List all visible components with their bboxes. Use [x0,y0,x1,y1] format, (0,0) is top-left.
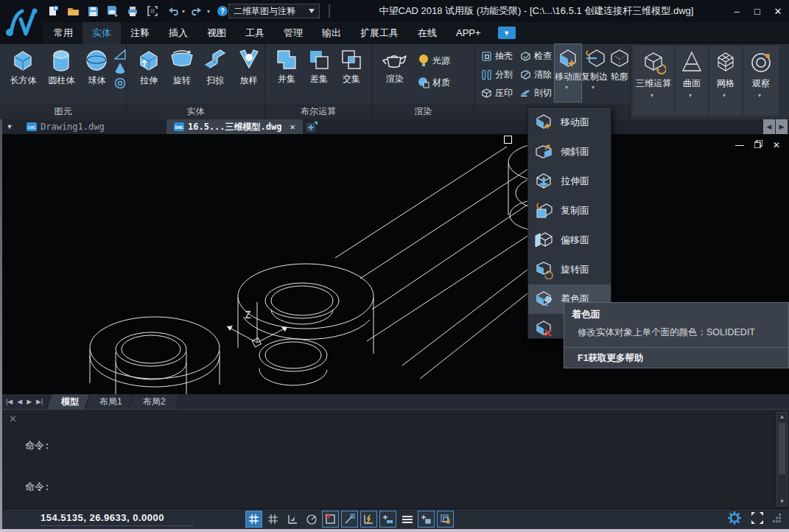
sweep-button[interactable]: 扫掠 [200,44,231,102]
menu-item-copy-faces[interactable]: 复制面 [528,196,611,225]
menu-item-rotate-faces[interactable]: 旋转面 [528,255,611,284]
menu-item-offset-faces[interactable]: 偏移面 [528,225,611,255]
imprint-button[interactable]: 压印 [480,84,514,102]
doc-tab-drawing1[interactable]: DWG Drawing1.dwg [19,119,166,134]
ribbon-tab-output[interactable]: 输出 [312,22,351,44]
loft-button[interactable]: 放样 [234,44,264,102]
scroll-down-icon[interactable]: ▼ [777,498,787,505]
new-file-button[interactable] [46,4,60,18]
cone-icon[interactable] [114,63,126,74]
ribbon-tab-annotate[interactable]: 注释 [121,22,159,44]
undo-dropdown-caret[interactable]: ▾ [182,8,185,15]
copy-edges-button[interactable]: 复制边 ▾ [581,44,608,102]
prev-layout-icon[interactable]: ◀ [17,398,22,405]
command-scrollbar[interactable]: ▲ ▼ [776,412,788,506]
wedge-icon[interactable] [114,49,126,60]
redo-dropdown-caret[interactable]: ▾ [207,8,210,15]
sphere-button[interactable]: 球体 [83,44,111,102]
zoom-extents-button[interactable] [145,4,160,18]
ribbon-tab-insert[interactable]: 插入 [159,22,197,44]
doc-restore-button[interactable] [754,140,762,150]
observe-caret[interactable]: ▾ [758,92,761,99]
grid-toggle[interactable] [264,511,281,528]
surface-button[interactable]: 曲面 ▾ [676,46,708,116]
workspace-select[interactable]: 二维草图与注释 [228,4,320,18]
ribbon-tab-express[interactable]: 扩展工具 [351,22,408,44]
move-faces-caret[interactable]: ▾ [565,84,568,91]
revolve-button[interactable]: 旋转 [166,44,197,102]
app-logo[interactable] [0,0,43,44]
settings-gear-icon[interactable] [727,511,742,525]
command-window[interactable]: ✕ 命令: 命令: 命令: _solidedit 输入实体编辑选项 [面(F)/… [0,409,789,508]
ortho-toggle[interactable] [284,511,301,528]
ribbon-tab-view[interactable]: 视图 [197,22,236,44]
shell-button[interactable]: 抽壳 [480,47,514,65]
mesh-caret[interactable]: ▾ [723,92,726,99]
minimize-button[interactable]: – [730,6,743,17]
close-button[interactable]: ✕ [771,6,785,17]
command-close-icon[interactable]: ✕ [9,413,17,424]
save-as-button[interactable] [105,4,120,18]
clean-button[interactable]: 清除 [519,66,553,83]
copy-edges-caret[interactable]: ▾ [592,84,595,91]
doc-minimize-button[interactable]: — [735,140,744,150]
box-button[interactable]: 长方体 [6,44,41,102]
outline-button[interactable]: 轮廓 [608,44,631,102]
selection-cycling-toggle[interactable] [437,511,454,528]
material-button[interactable]: 材质 [416,74,452,91]
open-file-button[interactable] [66,4,80,18]
move-faces-ribbon-button[interactable]: 移动面 ▾ [555,44,581,102]
ribbon-tab-online[interactable]: 在线 [408,22,446,44]
maximize-button[interactable]: □ [751,6,764,17]
mesh-button[interactable]: 网格 ▾ [709,46,742,116]
fullscreen-icon[interactable] [751,511,764,525]
status-menu-button[interactable] [399,511,415,528]
union-button[interactable]: 并集 [272,44,301,102]
light-button[interactable]: 光源 [416,52,452,69]
separate-button[interactable]: 分割 [480,66,514,83]
menu-item-extrude-faces[interactable]: 拉伸面 [528,167,611,196]
print-button[interactable] [125,4,140,18]
menu-item-move-faces[interactable]: 移动面 [528,108,611,137]
doc-tab-scroll-right-icon[interactable]: ▶ [776,119,788,134]
doc-tab-model[interactable]: DWG 16.5...三维模型.dwg ✕ [166,119,303,134]
ribbon-tab-home[interactable]: 常用 [44,22,83,44]
3d-operations-caret[interactable]: ▾ [651,92,653,99]
add-selection-toggle[interactable] [418,511,435,528]
polar-toggle[interactable] [303,511,320,528]
selection-grip[interactable] [504,136,512,144]
otrack-toggle[interactable] [341,511,358,528]
ribbon-tab-solid[interactable]: 实体 [83,22,121,44]
doc-tab-scroll-left-icon[interactable]: ◀ [763,119,775,134]
last-layout-icon[interactable]: ▶| [36,398,43,405]
undo-button[interactable] [165,4,180,18]
render-button[interactable]: 渲染 [378,44,412,102]
surface-caret[interactable]: ▾ [689,92,692,99]
torus-icon[interactable] [114,77,126,89]
cylinder-button[interactable]: 圆柱体 [43,44,80,102]
doc-tab-list-button[interactable]: ▼ [0,119,19,134]
osnap-toggle[interactable] [322,511,339,528]
message-envelope-icon[interactable]: ▼ [498,27,516,39]
tab-layout2[interactable]: 布局2 [128,394,180,409]
resize-grip[interactable] [773,514,782,522]
extrude-button[interactable]: 拉伸 [134,44,164,102]
intersect-button[interactable]: 交集 [337,44,366,102]
first-layout-icon[interactable]: |◀ [6,398,13,405]
scrollbar-thumb[interactable] [779,423,785,475]
scroll-up-icon[interactable]: ▲ [777,413,787,420]
save-button[interactable] [85,4,100,18]
menu-item-taper-faces[interactable]: 倾斜面 [528,137,611,167]
slice-button[interactable]: 剖切 [519,84,553,102]
ribbon-tab-manage[interactable]: 管理 [274,22,312,44]
doc-tab-close-icon[interactable]: ✕ [290,122,295,132]
new-doc-tab-button[interactable] [303,119,322,134]
ribbon-tab-app-plus[interactable]: APP+ [446,22,491,44]
doc-close-button[interactable]: ✕ [773,140,780,150]
check-button[interactable]: 检查 [519,47,553,65]
lineweight-toggle[interactable] [379,511,396,528]
redo-button[interactable] [190,4,205,18]
subtract-button[interactable]: 差集 [304,44,334,102]
observe-button[interactable]: 观察 ▾ [743,46,779,116]
dynamic-input-toggle[interactable] [360,511,377,528]
